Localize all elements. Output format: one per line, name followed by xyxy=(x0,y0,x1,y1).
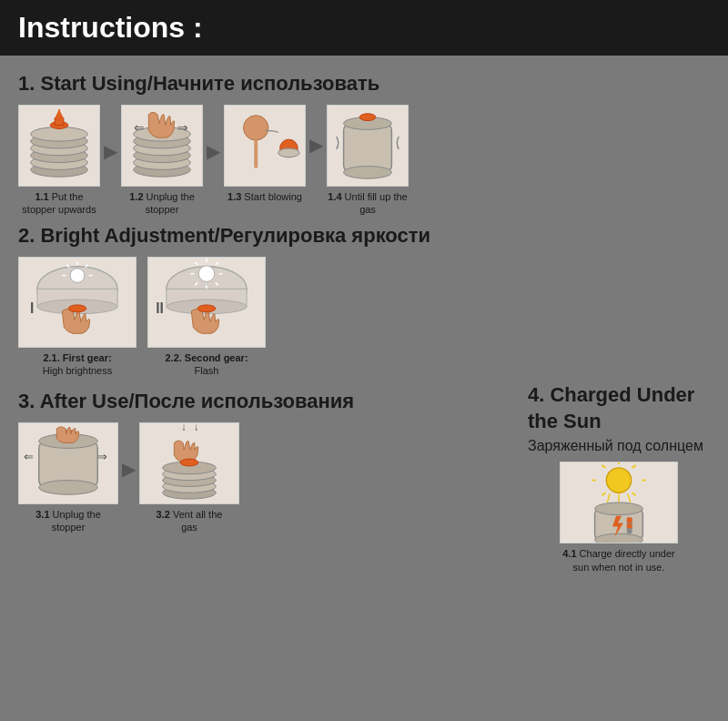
illus-2-1: I xyxy=(18,257,136,348)
step-3-1: ⇐ ⇒ 3.1 Unplug the stopper xyxy=(18,422,118,534)
step-1-1-block: 1.1 Put the stopper upwards ▶ xyxy=(18,105,121,217)
step-2-1-label: 2.1. First gear:High brightness xyxy=(43,351,112,378)
illus-2-2: II xyxy=(147,257,266,348)
step-1-3-block: 1.3 Start blowing ▶ xyxy=(224,105,327,203)
svg-line-70 xyxy=(602,465,605,468)
step-3-1-block: ⇐ ⇒ 3.1 Unplug the stopper ▶ xyxy=(18,422,139,534)
svg-point-62 xyxy=(180,459,198,466)
svg-point-25 xyxy=(359,114,376,121)
section1: 1. Start Using/Начните использовать xyxy=(18,72,710,217)
step-2-2-label: 2.2. Second gear:Flash xyxy=(165,351,248,378)
svg-point-24 xyxy=(344,166,392,178)
svg-line-73 xyxy=(607,494,610,503)
step-1-2: ⇐ ⇒ 1.2 Unplug the stopper xyxy=(121,105,203,217)
step-3-1-label: 3.1 Unplug the stopper xyxy=(27,508,109,534)
illus-1-4 xyxy=(327,105,409,187)
svg-point-21 xyxy=(278,148,299,157)
section2-title: 2. Bright Adjustment/Регулировка яркости xyxy=(18,224,710,248)
illus-1-3 xyxy=(224,105,306,187)
step-1-2-block: ⇐ ⇒ 1.2 Unplug the stopper ▶ xyxy=(121,105,224,217)
illus-1-2: ⇐ ⇒ xyxy=(121,105,203,187)
svg-rect-81 xyxy=(627,518,632,523)
section34-container: 3. After Use/После использования xyxy=(18,382,710,574)
svg-text:⇐: ⇐ xyxy=(134,121,145,135)
svg-text:↓: ↓ xyxy=(194,423,199,432)
step-3-2-label: 3.2 Vent all the gas xyxy=(148,508,230,534)
svg-text:↓: ↓ xyxy=(181,423,187,432)
step-1-1-label: 1.1 Put the stopper upwards xyxy=(18,190,100,217)
svg-text:⇒: ⇒ xyxy=(177,121,188,135)
content: 1. Start Using/Начните использовать xyxy=(0,56,728,583)
svg-point-35 xyxy=(68,305,86,312)
svg-point-77 xyxy=(595,503,643,515)
step-2-2: II 2.2. Second gear:Flash xyxy=(147,257,266,378)
arrow-1-2: ▶ xyxy=(203,140,224,162)
svg-rect-82 xyxy=(627,524,632,529)
svg-point-53 xyxy=(39,481,98,495)
svg-line-75 xyxy=(628,494,631,503)
svg-line-72 xyxy=(602,493,605,496)
step-4-1: 4.1 Charge directly under sun when not i… xyxy=(528,462,710,574)
section4-title: 4. Charged Under the Sun xyxy=(528,382,710,434)
section4-subtitle: Заряженный под солнцем xyxy=(528,438,710,454)
step-1-3: 1.3 Start blowing xyxy=(224,105,306,203)
section1-steps: 1.1 Put the stopper upwards ▶ xyxy=(18,105,710,217)
svg-text:I: I xyxy=(30,300,34,315)
section2-steps: I 2.1. First gear:High brightness xyxy=(18,257,710,378)
step-2-1: I 2.1. First gear:High brightness xyxy=(18,257,136,378)
section1-title: 1. Start Using/Начните использовать xyxy=(18,72,710,96)
step-3-2: ↓ ↓ 3.2 Vent all the gas xyxy=(139,422,239,534)
step-1-2-label: 1.2 Unplug the stopper xyxy=(121,190,203,217)
svg-point-29 xyxy=(70,268,85,282)
svg-point-65 xyxy=(606,468,631,493)
svg-text:⇒: ⇒ xyxy=(97,450,107,463)
step-4-1-label: 4.1 Charge directly under sun when not i… xyxy=(555,547,682,574)
svg-rect-7 xyxy=(55,118,64,126)
svg-text:II: II xyxy=(156,300,164,315)
arrow-1-3: ▶ xyxy=(306,134,327,156)
step-1-4-label: 1.4 Until fill up the gas xyxy=(327,190,409,217)
svg-point-40 xyxy=(198,265,215,281)
svg-line-67 xyxy=(632,465,636,468)
illus-3-2: ↓ ↓ xyxy=(139,422,239,504)
section3-steps: ⇐ ⇒ 3.1 Unplug the stopper ▶ xyxy=(18,422,519,534)
svg-point-19 xyxy=(244,116,268,140)
arrow-3-1: ▶ xyxy=(118,458,139,480)
page-title: Instructions : xyxy=(18,11,710,45)
illus-1-1 xyxy=(18,105,100,187)
section2: 2. Bright Adjustment/Регулировка яркости xyxy=(18,224,710,378)
section4: 4. Charged Under the Sun Заряженный под … xyxy=(528,382,710,574)
svg-point-49 xyxy=(197,305,216,312)
svg-text:⇐: ⇐ xyxy=(24,450,34,463)
svg-line-43 xyxy=(195,261,197,264)
arrow-1-1: ▶ xyxy=(100,140,121,162)
svg-rect-22 xyxy=(344,124,392,173)
svg-line-42 xyxy=(216,261,218,264)
step-1-4: 1.4 Until fill up the gas xyxy=(327,105,409,217)
step-1-1: 1.1 Put the stopper upwards xyxy=(18,105,100,217)
svg-point-78 xyxy=(595,534,643,543)
illus-4-1 xyxy=(560,462,678,543)
step-1-3-label: 1.3 Start blowing xyxy=(228,190,302,203)
header: Instructions : xyxy=(0,0,728,56)
svg-line-69 xyxy=(632,493,636,496)
section3: 3. After Use/После использования xyxy=(18,382,519,534)
section3-title: 3. After Use/После использования xyxy=(18,390,519,413)
illus-3-1: ⇐ ⇒ xyxy=(18,422,118,504)
